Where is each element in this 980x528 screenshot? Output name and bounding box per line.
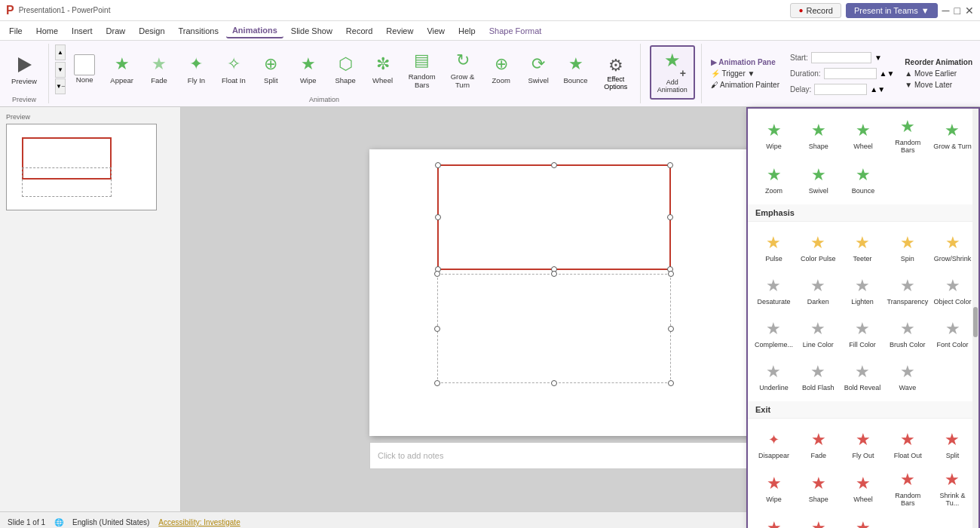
duration-input[interactable] bbox=[824, 68, 877, 79]
dp-zoom[interactable]: ★ Zoom bbox=[752, 158, 795, 200]
dp-wave[interactable]: ★ Wave bbox=[885, 355, 929, 397]
notes-area[interactable]: Click to add notes bbox=[369, 442, 792, 469]
dp-teeter[interactable]: ★ Teeter bbox=[841, 226, 884, 268]
duration-spin[interactable]: ▲▼ bbox=[880, 69, 895, 78]
dp-split-exit[interactable]: ★ Split bbox=[931, 423, 974, 465]
present-in-teams-button[interactable]: Present in Teams ▼ bbox=[846, 3, 938, 18]
handle2-tl[interactable] bbox=[434, 271, 440, 277]
dp-grow-shrink[interactable]: ★ Grow/Shrink bbox=[931, 226, 974, 268]
dp-wipe-exit[interactable]: ★ Wipe bbox=[752, 466, 795, 510]
trigger-button[interactable]: ⚡ Trigger ▼ bbox=[708, 69, 782, 78]
dp-underline[interactable]: ★ Underline bbox=[752, 355, 795, 397]
dropdown-scrollbar-thumb[interactable] bbox=[973, 307, 978, 337]
handle2-bl[interactable] bbox=[434, 380, 440, 386]
anim-grow-turn[interactable]: ↻ Grow & Turn bbox=[444, 45, 482, 94]
anim-bounce[interactable]: ★ Bounce bbox=[558, 45, 593, 94]
menu-review[interactable]: Review bbox=[380, 24, 419, 38]
dp-fade-exit[interactable]: ★ Fade bbox=[797, 423, 840, 465]
menu-design[interactable]: Design bbox=[133, 24, 170, 38]
scroll-down-button[interactable]: ▼ bbox=[55, 62, 66, 78]
scroll-expand-button[interactable]: ▼─ bbox=[55, 78, 66, 94]
effect-options-button[interactable]: ⚙ EffectOptions bbox=[596, 49, 635, 97]
dp-shape[interactable]: ★ Shape bbox=[797, 113, 840, 157]
anim-fly-in[interactable]: ✦ Fly In bbox=[179, 45, 213, 94]
anim-zoom[interactable]: ⊕ Zoom bbox=[484, 45, 519, 94]
start-input[interactable] bbox=[811, 52, 871, 63]
menu-draw[interactable]: Draw bbox=[100, 24, 132, 38]
handle-ml[interactable] bbox=[435, 214, 441, 220]
handle-tr[interactable] bbox=[667, 162, 673, 168]
anim-random-bars[interactable]: ▤ Random Bars bbox=[403, 45, 442, 94]
anim-split[interactable]: ⊕ Split bbox=[253, 45, 288, 94]
dp-transparency[interactable]: ★ Transparency bbox=[885, 269, 929, 311]
menu-home[interactable]: Home bbox=[30, 24, 64, 38]
dp-darken[interactable]: ★ Darken bbox=[797, 269, 840, 311]
anim-swivel[interactable]: ⟳ Swivel bbox=[521, 45, 556, 94]
shape-rect1[interactable] bbox=[437, 164, 671, 270]
anim-appear[interactable]: ★ Appear bbox=[104, 45, 139, 94]
dp-lighten[interactable]: ★ Lighten bbox=[841, 269, 884, 311]
menu-record[interactable]: Record bbox=[340, 24, 378, 38]
dp-float-out[interactable]: ★ Float Out bbox=[887, 423, 929, 465]
dp-bounce-exit[interactable]: ★ Bounce bbox=[841, 511, 884, 528]
dp-bold-reveal[interactable]: ★ Bold Reveal bbox=[841, 355, 884, 397]
dp-spin[interactable]: ★ Spin bbox=[885, 226, 929, 268]
dp-shrink-turn[interactable]: ★ Shrink & Tu... bbox=[931, 466, 974, 510]
menu-shape-format[interactable]: Shape Format bbox=[483, 24, 548, 38]
menu-slideshow[interactable]: Slide Show bbox=[285, 24, 338, 38]
anim-wipe[interactable]: ★ Wipe bbox=[291, 45, 326, 94]
anim-none[interactable]: None bbox=[67, 45, 102, 94]
dp-object-color[interactable]: ★ Object Color bbox=[931, 269, 974, 311]
add-animation-button[interactable]: ★ + AddAnimation bbox=[650, 45, 695, 100]
dp-swivel[interactable]: ★ Swivel bbox=[797, 158, 840, 200]
dp-desaturate[interactable]: ★ Desaturate bbox=[752, 269, 795, 311]
dp-random-bars[interactable]: ★ Random Bars bbox=[887, 113, 929, 157]
dp-grow-turn[interactable]: ★ Grow & Turn bbox=[931, 113, 974, 157]
move-earlier-button[interactable]: ▲ Move Earlier bbox=[902, 69, 975, 78]
dp-font-color[interactable]: ★ Font Color bbox=[931, 312, 974, 354]
menu-file[interactable]: File bbox=[3, 24, 29, 38]
anim-fade[interactable]: ★ Fade bbox=[142, 45, 176, 94]
dropdown-scrollbar-track[interactable] bbox=[972, 109, 978, 528]
record-button[interactable]: ● Record bbox=[790, 3, 841, 18]
dp-swivel-exit[interactable]: ★ Swivel bbox=[797, 511, 840, 528]
handle-mr[interactable] bbox=[667, 214, 673, 220]
delay-spin[interactable]: ▲▼ bbox=[870, 85, 885, 94]
dp-brush-color[interactable]: ★ Brush Color bbox=[885, 312, 929, 354]
dp-random-bars-exit[interactable]: ★ Random Bars bbox=[887, 466, 929, 510]
slide-thumbnail[interactable] bbox=[6, 124, 157, 210]
handle2-tr[interactable] bbox=[668, 271, 674, 277]
menu-help[interactable]: Help bbox=[452, 24, 482, 38]
dp-bold-flash[interactable]: ★ Bold Flash bbox=[797, 355, 840, 397]
slide-canvas[interactable] bbox=[369, 149, 792, 436]
dp-fill-color[interactable]: ★ Fill Color bbox=[841, 312, 884, 354]
handle-tm[interactable] bbox=[551, 162, 557, 168]
move-later-button[interactable]: ▼ Move Later bbox=[902, 80, 975, 90]
anim-shape[interactable]: ⬡ Shape bbox=[328, 45, 363, 94]
scroll-up-button[interactable]: ▲ bbox=[55, 45, 66, 60]
dp-wheel-exit[interactable]: ★ Wheel bbox=[841, 466, 884, 510]
handle2-tm[interactable] bbox=[551, 271, 557, 277]
menu-transitions[interactable]: Transitions bbox=[173, 24, 225, 38]
maximize-button[interactable]: □ bbox=[954, 5, 960, 17]
handle2-ml[interactable] bbox=[434, 326, 440, 332]
handle2-mr[interactable] bbox=[668, 326, 674, 332]
accessibility-label[interactable]: Accessibility: Investigate bbox=[158, 518, 240, 526]
menu-animations[interactable]: Animations bbox=[226, 23, 283, 38]
dp-disappear[interactable]: ✦ Disappear bbox=[752, 423, 795, 465]
dp-zoom-exit[interactable]: ★ Zoom bbox=[752, 511, 795, 528]
dp-complement[interactable]: ★ Compleme... bbox=[752, 312, 795, 354]
animation-painter-button[interactable]: 🖌 Animation Painter bbox=[708, 80, 782, 90]
dp-color-pulse[interactable]: ★ Color Pulse bbox=[797, 226, 840, 268]
dp-line-color[interactable]: ★ Line Color bbox=[797, 312, 840, 354]
dp-shape-exit[interactable]: ★ Shape bbox=[797, 466, 840, 510]
menu-view[interactable]: View bbox=[421, 24, 451, 38]
handle2-bm[interactable] bbox=[551, 380, 557, 386]
anim-wheel[interactable]: ✼ Wheel bbox=[365, 45, 400, 94]
dp-bounce-entrance[interactable]: ★ Bounce bbox=[841, 158, 884, 200]
language-indicator[interactable]: 🌐 bbox=[54, 518, 63, 526]
dp-wipe[interactable]: ★ Wipe bbox=[752, 113, 795, 157]
dp-wheel[interactable]: ★ Wheel bbox=[841, 113, 884, 157]
delay-input[interactable] bbox=[814, 84, 867, 95]
animation-pane-button[interactable]: ▶ Animation Pane bbox=[708, 57, 782, 67]
